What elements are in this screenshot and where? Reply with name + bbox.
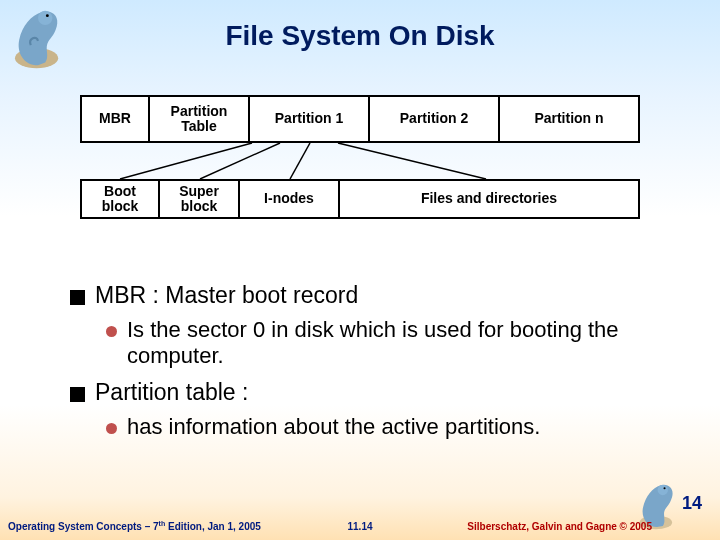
svg-point-2 [46, 14, 49, 17]
diagram-cell-partition-1: Partition 1 [250, 95, 370, 143]
footer-right: Silberschatz, Galvin and Gagne © 2005 [467, 521, 652, 532]
circle-bullet-icon [106, 326, 117, 337]
slide-footer: Operating System Concepts – 7th Edition,… [0, 520, 720, 532]
footer-left: Operating System Concepts – 7th Edition,… [8, 520, 261, 532]
svg-line-4 [200, 143, 280, 179]
diagram-cell-partition-n: Partition n [500, 95, 640, 143]
diagram-cell-mbr: MBR [80, 95, 150, 143]
mbr-description: Is the sector 0 in disk which is used fo… [127, 317, 700, 369]
mbr-heading: MBR : Master boot record [95, 282, 358, 309]
circle-bullet-icon [106, 423, 117, 434]
diagram-cell-inodes: I-nodes [240, 179, 340, 219]
svg-line-5 [290, 143, 310, 179]
square-bullet-icon [70, 387, 85, 402]
footer-center: 11.14 [347, 521, 372, 532]
diagram-cell-partition-2: Partition 2 [370, 95, 500, 143]
partition-table-description: has information about the active partiti… [127, 414, 540, 440]
diagram-cell-partition-table: Partition Table [150, 95, 250, 143]
slide-content: MBR : Master boot record Is the sector 0… [70, 282, 700, 450]
svg-point-9 [663, 487, 665, 489]
svg-line-3 [120, 143, 252, 179]
svg-line-6 [338, 143, 486, 179]
square-bullet-icon [70, 290, 85, 305]
slide-title: File System On Disk [0, 20, 720, 52]
svg-point-8 [658, 485, 668, 495]
diagram-cell-super-block: Super block [160, 179, 240, 219]
partition-table-heading: Partition table : [95, 379, 248, 406]
disk-layout-diagram: MBR Partition Table Partition 1 Partitio… [80, 95, 640, 219]
diagram-cell-boot-block: Boot block [80, 179, 160, 219]
diagram-cell-files-directories: Files and directories [340, 179, 640, 219]
